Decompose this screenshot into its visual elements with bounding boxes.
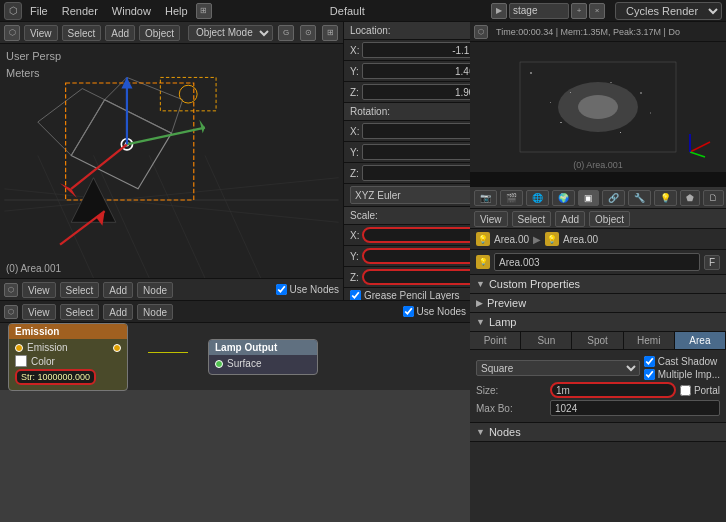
use-nodes-toggle[interactable]: Use Nodes [276, 284, 339, 295]
footer-view[interactable]: View [22, 282, 56, 298]
menu-file[interactable]: File [24, 0, 54, 22]
color-swatch-white[interactable] [15, 355, 27, 367]
props-add[interactable]: Add [555, 211, 585, 227]
menu-window[interactable]: Window [106, 0, 157, 22]
svg-line-1 [4, 189, 338, 222]
obj-name1: Area.00 [494, 234, 529, 245]
scene-canvas[interactable]: User Persp Meters (0) Area.001 [0, 44, 343, 278]
portal-label[interactable]: Portal [680, 385, 720, 396]
emission-row1: Emission [15, 342, 121, 353]
cast-shadow-label[interactable]: Cast Shadow [644, 356, 720, 367]
tab-render[interactable]: 🎬 [500, 190, 523, 206]
render-engine-select[interactable]: Cycles Render [615, 2, 722, 20]
maxbo-input[interactable] [550, 400, 720, 416]
svg-rect-35 [640, 92, 642, 94]
tab-world[interactable]: 🌍 [552, 190, 575, 206]
left-top: ⬡ View Select Add Object Object Mode G ⊙… [0, 22, 470, 300]
maxbo-row: Max Bo: [476, 400, 720, 416]
node-add-menu[interactable]: Add [103, 304, 133, 320]
scene-select-area: ▶ + × [491, 3, 605, 19]
preview-title: Preview [487, 297, 526, 309]
select-menu[interactable]: Select [62, 25, 102, 41]
lamp-header[interactable]: ▼ Lamp [470, 313, 726, 332]
svg-point-20 [179, 85, 197, 103]
tab-tex[interactable]: 🗋 [703, 190, 724, 206]
surface-label: Surface [227, 358, 261, 369]
tab-cam[interactable]: 📷 [474, 190, 497, 206]
nodes-triangle: ▼ [476, 427, 485, 437]
color-row: Color [15, 355, 121, 367]
lamp-tab-area[interactable]: Area [675, 332, 726, 349]
nodes-header[interactable]: ▼ Nodes [470, 423, 726, 442]
node-canvas[interactable]: Emission Emission Color Str: 1000000.000 [0, 323, 470, 391]
render-header: ⬡ Time:00:00.34 | Mem:1.35M, Peak:3.17M … [470, 22, 726, 42]
view-menu[interactable]: View [24, 25, 58, 41]
node-connection-line [148, 352, 188, 353]
shape-select[interactable]: Square [476, 360, 640, 376]
node-use-nodes[interactable]: Use Nodes [403, 306, 466, 317]
scene-name-input[interactable] [509, 3, 569, 19]
svg-rect-34 [550, 102, 551, 103]
scene-add-icon[interactable]: + [571, 3, 587, 19]
node-use-checkbox[interactable] [403, 306, 414, 317]
props-object[interactable]: Object [589, 211, 630, 227]
lamp-tab-point[interactable]: Point [470, 332, 521, 349]
render-preview: ⬡ Time:00:00.34 | Mem:1.35M, Peak:3.17M … [470, 22, 726, 187]
preview-header[interactable]: ▶ Preview [470, 294, 726, 313]
add-menu[interactable]: Add [105, 25, 135, 41]
breadcrumb-arrow: ▶ [533, 234, 541, 245]
color-label: Color [31, 356, 55, 367]
props-select[interactable]: Select [512, 211, 552, 227]
scale-z-label: Z: [350, 272, 359, 283]
menu-help[interactable]: Help [159, 0, 194, 22]
viewport-area: ⬡ View Select Add Object Object Mode G ⊙… [0, 22, 344, 300]
props-view[interactable]: View [474, 211, 508, 227]
obj-name-input[interactable] [494, 253, 700, 271]
lamp-title: Lamp [489, 316, 517, 328]
node-view-menu[interactable]: View [22, 304, 56, 320]
surface-row: Surface [215, 358, 311, 369]
lamp-output-node[interactable]: Lamp Output Surface [208, 339, 318, 375]
lamp-tab-sun[interactable]: Sun [521, 332, 572, 349]
emission-dot [15, 344, 23, 352]
svg-line-5 [149, 155, 205, 278]
surface-dot [215, 360, 223, 368]
emission-node[interactable]: Emission Emission Color Str: 1000000.000 [8, 323, 128, 391]
tab-obj[interactable]: ▣ [578, 190, 599, 206]
size-input[interactable] [550, 382, 676, 398]
preview-triangle: ▶ [476, 298, 483, 308]
tab-modifier[interactable]: 🔧 [628, 190, 651, 206]
props-menu-row: View Select Add Object [470, 209, 726, 229]
footer-add[interactable]: Add [103, 282, 133, 298]
node-select-menu[interactable]: Select [60, 304, 100, 320]
lamp-tab-hemi[interactable]: Hemi [624, 332, 675, 349]
svg-rect-29 [570, 92, 571, 93]
obj-name-row: 💡 F [470, 250, 726, 275]
loc-y-label: Y: [350, 66, 359, 77]
global-icon: G [278, 25, 294, 41]
use-nodes-checkbox[interactable] [276, 284, 287, 295]
tab-constraint[interactable]: 🔗 [602, 190, 625, 206]
custom-props-title: Custom Properties [489, 278, 580, 290]
mode-select[interactable]: Object Mode [188, 25, 273, 41]
menu-render[interactable]: Render [56, 0, 104, 22]
scene-remove-icon[interactable]: × [589, 3, 605, 19]
str-value[interactable]: Str: 1000000.000 [15, 369, 96, 385]
lamp-tab-spot[interactable]: Spot [572, 332, 623, 349]
svg-line-15 [71, 144, 127, 189]
obj-name-f: F [704, 255, 720, 270]
tab-mat[interactable]: ⬟ [680, 190, 700, 206]
multiple-imp-checkbox[interactable] [644, 369, 655, 380]
emission-node-title: Emission [9, 324, 127, 339]
tab-data[interactable]: 💡 [654, 190, 677, 206]
custom-props-header[interactable]: ▼ Custom Properties [470, 275, 726, 294]
node-node-menu[interactable]: Node [137, 304, 173, 320]
multiple-imp-label[interactable]: Multiple Imp... [644, 369, 720, 380]
footer-node[interactable]: Node [137, 282, 173, 298]
cast-shadow-checkbox[interactable] [644, 356, 655, 367]
object-menu[interactable]: Object [139, 25, 180, 41]
footer-select[interactable]: Select [60, 282, 100, 298]
portal-checkbox[interactable] [680, 385, 691, 396]
tab-scene[interactable]: 🌐 [526, 190, 549, 206]
shape-row: Square Cast Shadow Multiple Imp... [476, 356, 720, 380]
